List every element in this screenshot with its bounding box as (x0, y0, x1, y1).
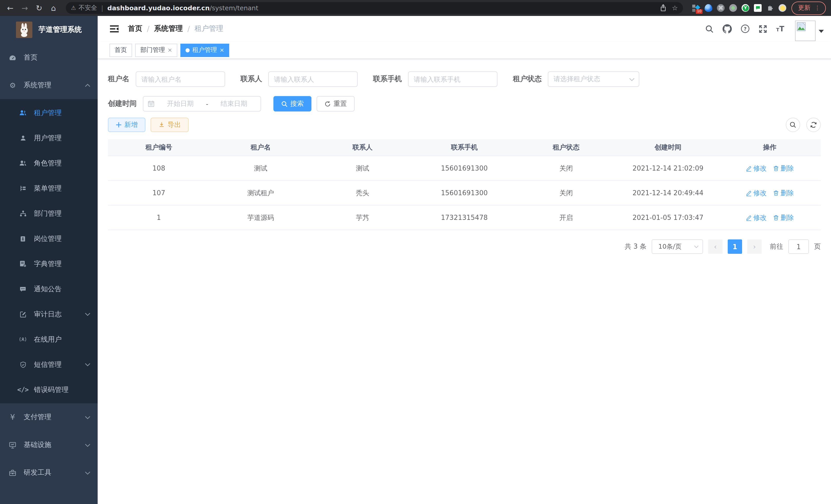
edit-link[interactable]: 修改 (746, 188, 767, 198)
sidebar-item-post[interactable]: 岗位管理 (0, 226, 98, 251)
table-header-row: 租户编号 租户名 联系人 联系手机 租户状态 创建时间 操作 (108, 139, 821, 156)
github-icon[interactable] (723, 24, 732, 33)
browser-menu-kebab-icon[interactable]: ⋮ (814, 4, 820, 11)
edit-link[interactable]: 修改 (746, 164, 767, 173)
sidebar-item-role[interactable]: 角色管理 (0, 151, 98, 176)
sidebar-item-online-users[interactable]: 在线用户 (0, 327, 98, 352)
sidebar-item-label: 租户管理 (34, 108, 90, 117)
extension-chat-icon[interactable] (754, 4, 762, 12)
extension-y-icon[interactable] (742, 4, 749, 12)
cell-tenant-id: 108 (108, 156, 210, 180)
status-placeholder: 请选择租户状态 (553, 75, 629, 84)
search-icon[interactable] (705, 24, 714, 33)
table-row: 108 测试 测试 15601691300 关闭 2021-12-14 21:0… (108, 156, 821, 181)
phone-input[interactable] (408, 71, 497, 87)
sidebar-item-menu[interactable]: 菜单管理 (0, 176, 98, 201)
browser-home-icon[interactable]: ⌂ (47, 2, 60, 14)
close-icon[interactable]: × (168, 47, 172, 53)
sidebar-item-dict[interactable]: 字典管理 (0, 251, 98, 276)
dashboard-icon (9, 53, 17, 62)
address-bar[interactable]: ⚠ 不安全 | dashboard.yudao.iocoder.cn /syst… (66, 2, 683, 14)
share-icon[interactable] (660, 4, 667, 12)
edit-link-label: 修改 (753, 213, 767, 222)
sidebar-item-user[interactable]: 用户管理 (0, 125, 98, 151)
tab-dept[interactable]: 部门管理 × (135, 43, 177, 57)
edit-link[interactable]: 修改 (746, 213, 767, 222)
search-button[interactable]: 搜索 (274, 96, 311, 112)
chevron-down-icon (85, 363, 90, 366)
cell-contact: 测试 (312, 156, 413, 180)
prev-page-button[interactable]: ‹ (708, 239, 722, 254)
refresh-button[interactable] (806, 118, 821, 132)
extension-command-icon[interactable]: ⌘ (717, 4, 725, 12)
contact-label: 联系人 (240, 75, 262, 84)
table-toolbar: 新增 导出 (108, 118, 821, 132)
sidebar-item-tenant[interactable]: 租户管理 (0, 100, 98, 125)
tenant-name-label: 租户名 (108, 75, 130, 84)
col-created: 创建时间 (617, 139, 719, 156)
contact-input[interactable] (268, 71, 358, 87)
security-label[interactable]: 不安全 (79, 4, 97, 12)
extension-blocks-icon[interactable]: 10 (692, 4, 700, 12)
extension-balloon-icon[interactable] (705, 4, 712, 12)
url-path: /system/tenant (210, 4, 258, 12)
online-user-icon (19, 335, 27, 344)
browser-back-icon[interactable]: ← (4, 2, 17, 14)
pagination-total: 共 3 条 (625, 242, 647, 251)
close-icon[interactable]: × (220, 47, 224, 53)
help-icon[interactable]: ? (741, 24, 750, 33)
goto-page-input[interactable] (789, 239, 809, 254)
font-size-icon[interactable]: TT (776, 25, 784, 33)
sidebar-item-label: 支付管理 (24, 413, 85, 422)
date-range-picker[interactable]: 开始日期 - 结束日期 (143, 96, 261, 112)
sidebar-item-notice[interactable]: 通知公告 (0, 276, 98, 302)
sidebar-item-sms[interactable]: 短信管理 (0, 352, 98, 377)
briefcase-icon (9, 469, 17, 477)
delete-link[interactable]: 删除 (773, 213, 794, 222)
cell-tenant-id: 107 (108, 181, 210, 205)
breadcrumb-system[interactable]: 系统管理 (154, 24, 183, 33)
sidebar-item-home[interactable]: 首页 (0, 44, 98, 71)
chevron-down-icon (85, 471, 90, 474)
extensions-puzzle-icon[interactable] (766, 4, 774, 12)
add-button[interactable]: 新增 (108, 118, 145, 132)
bookmark-star-icon[interactable]: ☆ (672, 4, 678, 12)
breadcrumb-home[interactable]: 首页 (128, 24, 142, 33)
status-select[interactable]: 请选择租户状态 (548, 71, 639, 87)
fullscreen-icon[interactable] (759, 24, 768, 33)
avatar[interactable] (795, 21, 815, 41)
page-number-button[interactable]: 1 (728, 239, 742, 254)
sidebar-item-audit-log[interactable]: 审计日志 (0, 302, 98, 327)
toggle-search-button[interactable] (786, 118, 800, 132)
extension-avatar-icon[interactable] (779, 4, 786, 12)
tenant-name-input[interactable] (136, 71, 225, 87)
browser-update-button[interactable]: 更新 ⋮ (792, 1, 826, 14)
tab-home[interactable]: 首页 (110, 43, 132, 57)
browser-reload-icon[interactable]: ↻ (33, 2, 45, 14)
cell-created: 2021-12-14 20:49:44 (617, 181, 719, 205)
tenant-page: 租户名 联系人 联系手机 租户状态 (98, 59, 831, 504)
sidebar-item-dev-tools[interactable]: 研发工具 (0, 459, 98, 486)
delete-link[interactable]: 删除 (773, 188, 794, 198)
tab-tenant[interactable]: 租户管理 × (180, 43, 229, 57)
sidebar-item-dept[interactable]: 部门管理 (0, 201, 98, 226)
next-page-button[interactable]: › (747, 239, 762, 254)
reset-button[interactable]: 重置 (317, 96, 354, 112)
page-size-select[interactable]: 10条/页 (652, 239, 703, 254)
start-date-placeholder[interactable]: 开始日期 (158, 99, 203, 109)
sidebar-toggle-icon[interactable] (110, 25, 119, 33)
export-button-label: 导出 (168, 120, 181, 129)
delete-link[interactable]: 删除 (773, 164, 794, 173)
app-logo-row[interactable]: 芋道管理系统 (0, 16, 98, 44)
extension-dot-icon[interactable] (729, 4, 737, 12)
tab-label: 租户管理 (192, 46, 217, 55)
browser-forward-icon[interactable]: → (19, 2, 31, 14)
user-menu[interactable] (795, 17, 824, 41)
end-date-placeholder[interactable]: 结束日期 (211, 99, 256, 109)
sidebar-item-system[interactable]: ⚙ 系统管理 (0, 71, 98, 99)
sidebar-item-infra[interactable]: 基础设施 (0, 431, 98, 459)
export-button[interactable]: 导出 (150, 118, 189, 132)
sidebar-item-error-code[interactable]: </> 错误码管理 (0, 377, 98, 402)
sidebar-item-label: 用户管理 (34, 133, 90, 143)
sidebar-item-pay[interactable]: ¥ 支付管理 (0, 403, 98, 431)
